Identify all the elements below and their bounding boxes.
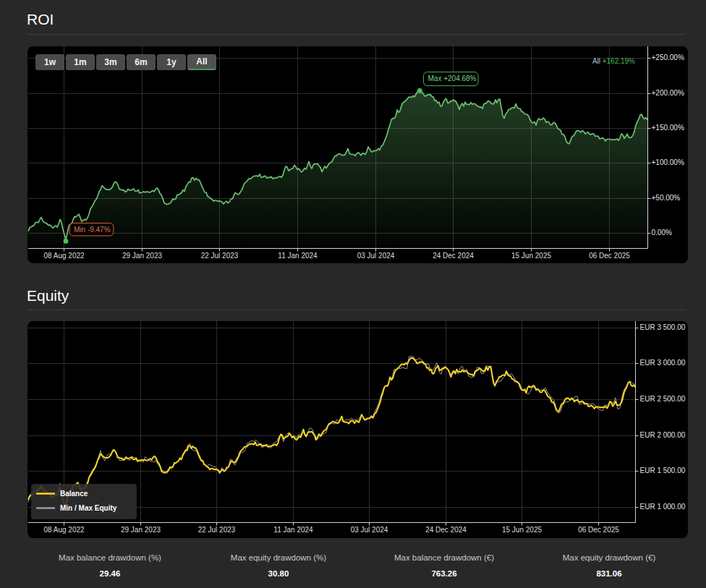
svg-text:+150.00%: +150.00%: [652, 124, 684, 132]
svg-text:Min -9.47%: Min -9.47%: [74, 226, 111, 234]
svg-text:+50.00%: +50.00%: [652, 194, 681, 202]
svg-text:11 Jan 2024: 11 Jan 2024: [273, 526, 313, 534]
svg-text:06 Dec 2025: 06 Dec 2025: [578, 526, 619, 534]
svg-text:Min / Max Equity: Min / Max Equity: [60, 504, 117, 512]
svg-text:Balance: Balance: [60, 490, 88, 498]
svg-text:08 Aug 2022: 08 Aug 2022: [43, 526, 85, 534]
svg-text:+100.00%: +100.00%: [652, 158, 684, 166]
svg-text:29 Jan 2023: 29 Jan 2023: [122, 252, 162, 260]
svg-text:EUR 3 500.00: EUR 3 500.00: [640, 323, 686, 331]
svg-text:EUR 1 500.00: EUR 1 500.00: [640, 466, 686, 474]
svg-text:06 Dec 2025: 06 Dec 2025: [589, 252, 630, 260]
svg-text:0.00%: 0.00%: [652, 229, 672, 237]
svg-text:+250.00%: +250.00%: [652, 54, 684, 61]
svg-text:03 Jul 2024: 03 Jul 2024: [351, 526, 388, 534]
svg-text:11 Jan 2024: 11 Jan 2024: [278, 252, 318, 260]
svg-text:24 Dec 2024: 24 Dec 2024: [433, 252, 474, 260]
svg-text:29 Jan 2023: 29 Jan 2023: [121, 526, 161, 534]
svg-text:03 Jul 2024: 03 Jul 2024: [357, 252, 395, 260]
svg-text:+162.19%: +162.19%: [603, 57, 635, 65]
svg-text:22 Jul 2023: 22 Jul 2023: [201, 252, 239, 260]
svg-text:Max +204.68%: Max +204.68%: [428, 74, 477, 82]
svg-text:22 Jul 2023: 22 Jul 2023: [198, 526, 236, 534]
svg-text:+200.00%: +200.00%: [652, 89, 684, 97]
svg-text:EUR 3 000.00: EUR 3 000.00: [640, 359, 686, 367]
svg-text:All: All: [592, 57, 600, 65]
svg-text:08 Aug 2022: 08 Aug 2022: [43, 252, 85, 260]
svg-text:24 Dec 2024: 24 Dec 2024: [425, 526, 467, 534]
svg-text:15 Jun 2025: 15 Jun 2025: [502, 526, 542, 534]
svg-text:EUR 2 000.00: EUR 2 000.00: [640, 431, 686, 439]
svg-text:15 Jun 2025: 15 Jun 2025: [511, 252, 551, 260]
svg-text:EUR 2 500.00: EUR 2 500.00: [640, 395, 686, 403]
svg-text:EUR 1 000.00: EUR 1 000.00: [640, 503, 686, 511]
